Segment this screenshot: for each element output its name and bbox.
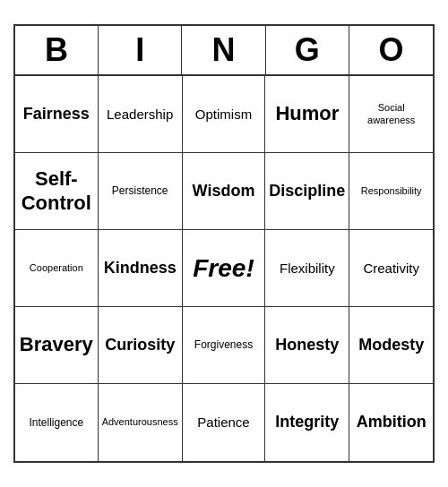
cell-text: Ambition (357, 413, 426, 432)
bingo-cell: Kindness (99, 230, 183, 307)
bingo-cell: Flexibility (265, 230, 349, 307)
cell-text: Patience (197, 414, 249, 431)
header-letter: B (15, 26, 99, 74)
bingo-cell: Integrity (265, 384, 349, 461)
bingo-header: BINGO (15, 26, 433, 76)
bingo-grid: FairnessLeadershipOptimismHumorSocial aw… (15, 76, 433, 461)
bingo-cell: Adventurousness (99, 384, 183, 461)
cell-text: Discipline (269, 182, 345, 201)
cell-text: Wisdom (193, 182, 255, 201)
bingo-cell: Cooperation (15, 230, 99, 307)
bingo-cell: Forgiveness (183, 307, 266, 384)
bingo-cell: Creativity (349, 230, 433, 307)
cell-text: Cooperation (30, 262, 83, 274)
bingo-cell: Free! (183, 230, 266, 307)
cell-text: Persistence (112, 184, 168, 197)
bingo-cell: Intelligence (15, 384, 99, 461)
cell-text: Humor (275, 102, 339, 125)
bingo-cell: Honesty (265, 307, 349, 384)
cell-text: Honesty (275, 336, 339, 355)
cell-text: Adventurousness (102, 416, 178, 428)
header-letter: I (99, 26, 182, 74)
cell-text: Bravery (20, 333, 93, 356)
bingo-cell: Leadership (99, 76, 183, 153)
cell-text: Kindness (104, 259, 177, 278)
cell-text: Responsibility (361, 185, 422, 197)
cell-text: Free! (193, 254, 254, 283)
bingo-cell: Self-Control (15, 153, 99, 230)
bingo-cell: Optimism (183, 76, 266, 153)
cell-text: Curiosity (105, 336, 175, 355)
cell-text: Social awareness (353, 102, 429, 125)
cell-text: Creativity (363, 261, 419, 277)
bingo-cell: Ambition (349, 384, 433, 461)
bingo-cell: Patience (183, 384, 266, 461)
cell-text: Intelligence (29, 416, 83, 429)
cell-text: Optimism (195, 107, 252, 123)
bingo-cell: Discipline (265, 153, 349, 230)
cell-text: Leadership (107, 107, 173, 123)
cell-text: Modesty (358, 336, 424, 355)
bingo-cell: Fairness (15, 76, 99, 153)
bingo-cell: Modesty (349, 307, 433, 384)
cell-text: Fairness (23, 105, 90, 124)
bingo-cell: Bravery (15, 307, 99, 384)
bingo-cell: Humor (265, 76, 349, 153)
bingo-cell: Persistence (99, 153, 183, 230)
header-letter: G (266, 26, 349, 74)
bingo-cell: Wisdom (183, 153, 266, 230)
cell-text: Self-Control (19, 167, 94, 215)
bingo-cell: Responsibility (349, 153, 433, 230)
bingo-cell: Social awareness (349, 76, 433, 153)
cell-text: Integrity (275, 413, 339, 432)
bingo-card: BINGO FairnessLeadershipOptimismHumorSoc… (13, 24, 435, 463)
bingo-cell: Curiosity (99, 307, 183, 384)
header-letter: O (349, 26, 433, 74)
cell-text: Forgiveness (194, 338, 253, 351)
cell-text: Flexibility (280, 261, 335, 277)
header-letter: N (182, 26, 265, 74)
